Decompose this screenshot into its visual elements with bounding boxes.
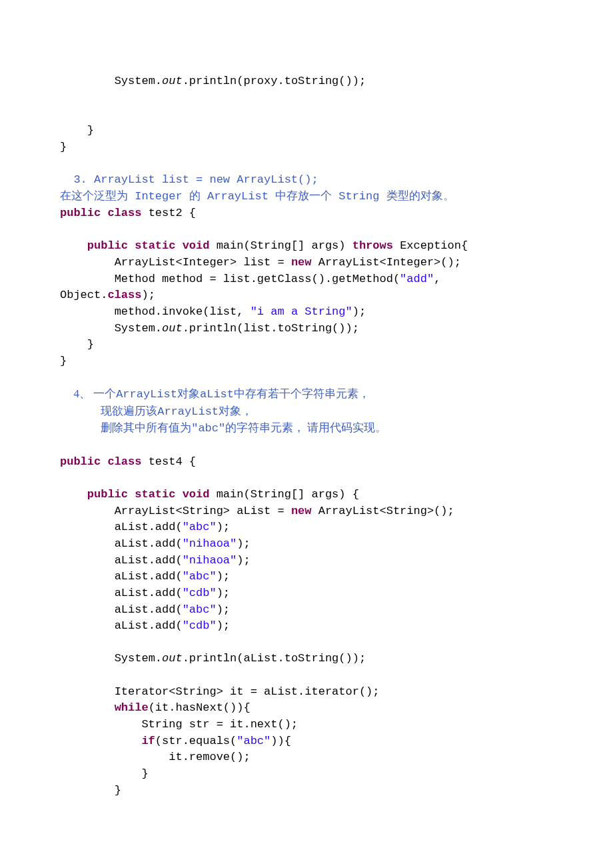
- code-line: public static void main(String[] args) t…: [60, 238, 553, 255]
- code-line: System.out.println(proxy.toString());: [60, 73, 553, 90]
- code-line: aList.add("cdb");: [60, 618, 553, 635]
- code-line: [60, 370, 553, 387]
- code-line: 现欲遍历该ArrayList对象，: [60, 403, 553, 421]
- code-line: aList.add("nihaoa");: [60, 536, 553, 553]
- code-line: Method method = list.getClass().getMetho…: [60, 271, 553, 288]
- code-line: ArrayList<String> aList = new ArrayList<…: [60, 503, 553, 520]
- code-line: 4、 一个ArrayList对象aList中存有若干个字符串元素，: [60, 386, 553, 403]
- code-line: public static void main(String[] args) {: [60, 487, 553, 503]
- code-line: [60, 90, 553, 107]
- code-line: }: [60, 337, 553, 353]
- code-line: [60, 667, 553, 684]
- code-line: Iterator<String> it = aList.iterator();: [60, 684, 553, 701]
- code-line: method.invoke(list, "i am a String");: [60, 304, 553, 321]
- code-line: }: [60, 353, 553, 370]
- code-line: 删除其中所有值为"abc"的字符串元素， 请用代码实现。: [60, 420, 553, 437]
- code-line: }: [60, 783, 553, 799]
- code-line: }: [60, 139, 553, 156]
- code-line: while(it.hasNext()){: [60, 700, 553, 717]
- code-line: 3. ArrayList list = new ArrayList();: [60, 172, 553, 189]
- code-line: 在这个泛型为 Integer 的 ArrayList 中存放一个 String …: [60, 188, 553, 205]
- code-line: }: [60, 123, 553, 139]
- code-line: String str = it.next();: [60, 717, 553, 733]
- code-line: [60, 470, 553, 487]
- code-line: aList.add("abc");: [60, 602, 553, 619]
- code-line: ArrayList<Integer> list = new ArrayList<…: [60, 255, 553, 271]
- code-line: System.out.println(list.toString());: [60, 321, 553, 337]
- code-line: }: [60, 766, 553, 783]
- code-line: aList.add("cdb");: [60, 585, 553, 602]
- code-line: if(str.equals("abc")){: [60, 733, 553, 750]
- code-line: aList.add("abc");: [60, 569, 553, 585]
- code-line: [60, 106, 553, 123]
- code-line: [60, 155, 553, 172]
- code-listing: System.out.println(proxy.toString()); }}…: [60, 73, 553, 799]
- code-line: public class test4 {: [60, 454, 553, 471]
- code-line: it.remove();: [60, 749, 553, 766]
- document-page: System.out.println(proxy.toString()); }}…: [0, 0, 613, 868]
- code-line: System.out.println(aList.toString());: [60, 651, 553, 667]
- code-line: [60, 635, 553, 651]
- code-line: aList.add("abc");: [60, 519, 553, 536]
- code-line: [60, 437, 553, 454]
- code-line: [60, 222, 553, 239]
- code-line: Object.class);: [60, 287, 553, 304]
- code-line: public class test2 {: [60, 205, 553, 222]
- code-line: aList.add("nihaoa");: [60, 553, 553, 569]
